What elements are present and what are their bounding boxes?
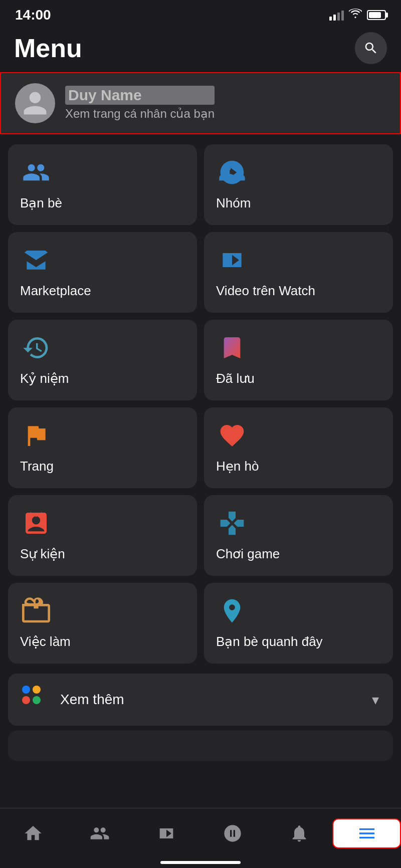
nearby-label: Bạn bè quanh đây <box>216 634 381 649</box>
events-icon <box>20 507 52 539</box>
partial-section <box>8 731 393 761</box>
jobs-label: Việc làm <box>20 634 185 649</box>
grid-item-memories[interactable]: Kỷ niệm <box>8 320 197 400</box>
menu-grid: Bạn bè Nhóm Marketplace <box>0 139 401 669</box>
grid-item-saved[interactable]: Đã lưu <box>204 320 393 400</box>
events-label: Sự kiện <box>20 546 185 562</box>
groups-nav-icon <box>223 823 243 843</box>
saved-icon <box>216 332 248 364</box>
bottom-nav <box>0 808 401 868</box>
grid-item-friends[interactable]: Bạn bè <box>8 144 197 225</box>
wifi-icon <box>349 8 362 22</box>
bell-icon <box>289 823 309 843</box>
status-bar: 14:00 <box>0 0 401 27</box>
grid-item-pages[interactable]: Trang <box>8 407 197 488</box>
profile-row[interactable]: Duy Name Xem trang cá nhân của bạn <box>0 72 401 134</box>
grid-item-watch[interactable]: Video trên Watch <box>204 232 393 313</box>
status-time: 14:00 <box>15 7 51 23</box>
jobs-icon <box>20 595 52 627</box>
dating-icon <box>216 419 248 452</box>
menu-icon <box>357 823 377 843</box>
grid-item-groups[interactable]: Nhóm <box>204 144 393 225</box>
marketplace-icon <box>20 244 52 276</box>
battery-icon <box>367 10 386 20</box>
signal-icon <box>329 10 344 21</box>
profile-name: Duy Name <box>65 86 215 105</box>
nav-groups[interactable] <box>199 819 266 847</box>
friends-icon <box>20 156 52 188</box>
see-more-left: Xem thêm <box>22 686 124 714</box>
nav-notifications[interactable] <box>266 819 333 847</box>
see-more-label: Xem thêm <box>60 692 124 708</box>
games-label: Chơi game <box>216 546 381 562</box>
dating-label: Hẹn hò <box>216 459 381 474</box>
grid-item-jobs[interactable]: Việc làm <box>8 583 197 664</box>
grid-item-dating[interactable]: Hẹn hò <box>204 407 393 488</box>
header: Menu <box>0 27 401 72</box>
home-icon <box>23 823 43 843</box>
groups-icon <box>216 156 248 188</box>
status-icons <box>329 8 386 22</box>
watch-icon <box>216 244 248 276</box>
search-icon <box>363 41 378 56</box>
see-more-icon <box>22 686 50 714</box>
nav-watch[interactable] <box>133 819 199 847</box>
grid-item-nearby[interactable]: Bạn bè quanh đây <box>204 583 393 664</box>
marketplace-label: Marketplace <box>20 283 185 299</box>
see-more-row[interactable]: Xem thêm ▾ <box>8 674 393 726</box>
home-bar <box>160 861 241 864</box>
friends-label: Bạn bè <box>20 195 185 211</box>
nav-home[interactable] <box>0 819 67 847</box>
grid-item-events[interactable]: Sự kiện <box>8 495 197 576</box>
profile-subtext: Xem trang cá nhân của bạn <box>65 107 215 121</box>
watch-label: Video trên Watch <box>216 283 381 299</box>
grid-item-games[interactable]: Chơi game <box>204 495 393 576</box>
avatar-icon <box>21 89 49 117</box>
saved-label: Đã lưu <box>216 371 381 386</box>
nav-friends[interactable] <box>67 819 133 847</box>
chevron-down-icon: ▾ <box>372 692 379 708</box>
grid-item-marketplace[interactable]: Marketplace <box>8 232 197 313</box>
nav-menu[interactable] <box>332 818 401 848</box>
memories-label: Kỷ niệm <box>20 371 185 386</box>
friends-nav-icon <box>90 823 110 843</box>
groups-label: Nhóm <box>216 195 381 211</box>
pages-icon <box>20 419 52 452</box>
grid-container: Bạn bè Nhóm Marketplace <box>8 144 393 664</box>
memories-icon <box>20 332 52 364</box>
search-button[interactable] <box>355 32 387 64</box>
watch-nav-icon <box>156 823 176 843</box>
pages-label: Trang <box>20 459 185 474</box>
avatar <box>15 83 55 123</box>
page-title: Menu <box>14 33 82 63</box>
games-icon <box>216 507 248 539</box>
nearby-icon <box>216 595 248 627</box>
profile-info: Duy Name Xem trang cá nhân của bạn <box>65 86 215 121</box>
